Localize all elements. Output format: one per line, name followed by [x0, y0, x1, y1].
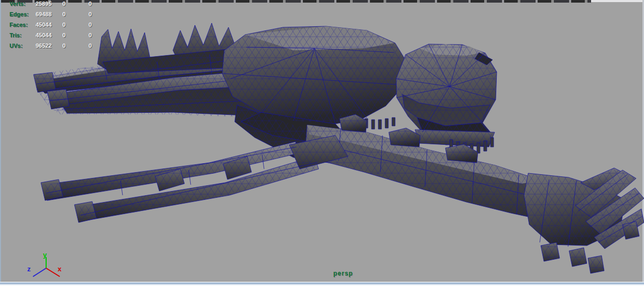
hud-label: Faces: — [9, 22, 36, 32]
hud-value: 0 — [62, 22, 89, 32]
hud-value: 25895 — [36, 1, 62, 11]
hud-value: 0 — [89, 43, 110, 53]
y-axis-label: y — [43, 251, 47, 259]
hud-value: 0 — [89, 1, 110, 11]
hud-value: 0 — [62, 11, 89, 22]
hud-value: 69488 — [36, 11, 62, 22]
hud-label: Tris: — [9, 32, 36, 43]
camera-name-label: persp — [333, 270, 353, 277]
maya-perspective-viewport[interactable]: Verts: 25895 0 0 Edges: 69488 0 0 Faces:… — [0, 0, 644, 286]
hud-value: 0 — [89, 32, 110, 43]
hud-row-verts: Verts: 25895 0 0 — [9, 1, 110, 11]
z-axis-label: z — [27, 265, 31, 273]
hud-value: 0 — [62, 43, 89, 53]
view-axis-gizmo: y z x — [16, 241, 73, 283]
model-torso-vents — [365, 118, 395, 129]
hud-row-faces: Faces: 45044 0 0 — [9, 22, 110, 32]
hud-value: 45044 — [36, 22, 62, 32]
x-axis-label: x — [58, 265, 62, 273]
hud-row-uvs: UVs: 96522 0 0 — [9, 43, 110, 53]
z-axis-line — [33, 268, 46, 277]
hud-label: Verts: — [9, 1, 36, 11]
hud-value: 0 — [62, 1, 89, 11]
hud-value: 0 — [89, 11, 110, 22]
hud-row-edges: Edges: 69488 0 0 — [9, 11, 110, 22]
hud-value: 0 — [89, 22, 110, 32]
hud-row-tris: Tris: 45044 0 0 — [9, 32, 110, 43]
hud-value: 45044 — [36, 32, 62, 43]
hud-label: Edges: — [9, 11, 36, 22]
poly-count-hud: Verts: 25895 0 0 Edges: 69488 0 0 Faces:… — [9, 1, 110, 53]
hud-value: 0 — [62, 32, 89, 43]
hud-label: UVs: — [9, 43, 36, 53]
hud-value: 96522 — [36, 43, 62, 53]
